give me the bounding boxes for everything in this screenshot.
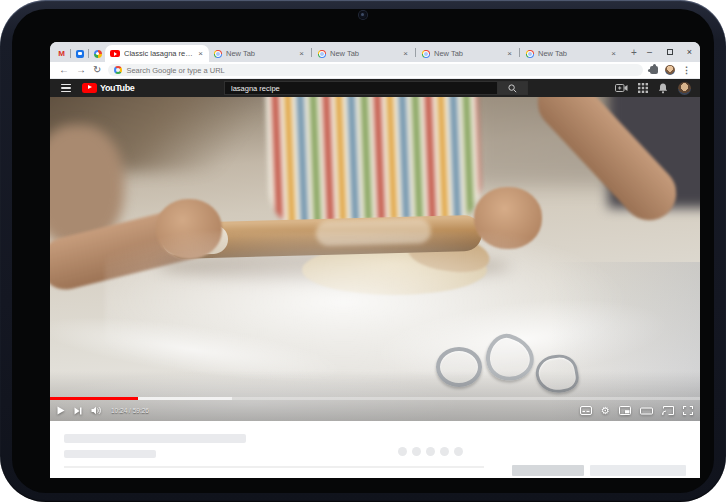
settings-button[interactable]: ⚙ <box>601 406 610 416</box>
tab-active-youtube[interactable]: Classic lasagna recipe - YouT × <box>105 45 209 62</box>
address-input[interactable] <box>126 66 637 75</box>
fullscreen-button[interactable] <box>683 406 693 415</box>
skeleton-button-dark <box>512 465 584 476</box>
pinned-tab-chat[interactable] <box>72 45 87 62</box>
youtube-play-icon <box>82 83 97 94</box>
tab-separator <box>415 48 416 57</box>
pinned-tab-gmail[interactable]: M <box>54 45 69 62</box>
chat-icon <box>76 50 84 58</box>
youtube-search-button[interactable] <box>498 81 528 95</box>
player-controls: 10:24 / 59:26 ⚙ <box>50 400 700 421</box>
settings-gear-icon: ⚙ <box>601 406 610 416</box>
youtube-header: YouTube <box>50 79 700 97</box>
tab-separator <box>519 48 520 57</box>
tablet-device: M Classic lasagna recipe - YouT × <box>0 0 726 502</box>
youtube-logo[interactable]: YouTube <box>82 83 134 94</box>
youtube-logo-text: YouTube <box>100 83 134 93</box>
skeleton-dot <box>426 447 435 456</box>
next-icon <box>74 407 82 415</box>
tab-title: New Tab <box>226 49 294 58</box>
tab-title: New Tab <box>330 49 398 58</box>
skeleton-subtitle-bar <box>64 450 156 458</box>
theater-mode-icon <box>640 407 653 415</box>
minimize-button[interactable]: – <box>645 48 654 57</box>
gmail-icon: M <box>58 50 65 58</box>
device-screen: M Classic lasagna recipe - YouT × <box>12 9 714 493</box>
play-icon <box>57 406 65 415</box>
video-player[interactable]: 10:24 / 59:26 ⚙ <box>50 97 700 421</box>
skeleton-dot <box>454 447 463 456</box>
skeleton-action-dots <box>398 447 463 456</box>
new-tab-favicon-icon <box>318 50 326 58</box>
create-video-icon[interactable] <box>615 83 628 93</box>
volume-button[interactable] <box>91 406 102 415</box>
youtube-search <box>224 81 528 95</box>
new-tab-favicon-icon <box>526 50 534 58</box>
new-tab-button[interactable]: + <box>626 44 642 60</box>
photos-icon <box>94 50 102 58</box>
next-button[interactable] <box>74 407 82 415</box>
search-icon <box>508 84 517 93</box>
tab-close-icon[interactable]: × <box>298 49 305 58</box>
tab-separator <box>311 48 312 57</box>
tab-close-icon[interactable]: × <box>402 49 409 58</box>
subtitles-button[interactable] <box>580 406 592 415</box>
tab-close-icon[interactable]: × <box>197 49 204 58</box>
browser-toolbar: ← → ↻ ⋮ <box>50 62 700 79</box>
browser-window: M Classic lasagna recipe - YouT × <box>50 42 700 478</box>
skeleton-button-light <box>590 465 686 476</box>
maximize-button[interactable] <box>665 49 674 55</box>
tab-separator <box>70 49 71 58</box>
apps-grid-icon[interactable] <box>638 83 648 93</box>
miniplayer-icon <box>619 406 631 415</box>
cast-button[interactable] <box>662 406 674 415</box>
account-avatar[interactable] <box>678 82 691 95</box>
tab-separator <box>88 49 89 58</box>
subtitles-icon <box>580 406 592 415</box>
tab-title: New Tab <box>434 49 502 58</box>
volume-icon <box>91 406 102 415</box>
skeleton-dot <box>440 447 449 456</box>
extensions-puzzle-icon[interactable] <box>650 66 658 74</box>
tab-strip: M Classic lasagna recipe - YouT × <box>50 42 700 62</box>
tab-new-tab-3[interactable]: New Tab × <box>417 45 518 62</box>
new-tab-favicon-icon <box>214 50 222 58</box>
maximize-icon <box>667 49 673 55</box>
youtube-favicon-icon <box>110 50 120 57</box>
browser-profile-avatar[interactable] <box>665 65 675 75</box>
tab-new-tab-4[interactable]: New Tab × <box>521 45 622 62</box>
back-icon[interactable]: ← <box>59 65 69 75</box>
front-camera <box>359 11 367 19</box>
close-window-button[interactable]: × <box>685 48 694 57</box>
address-bar[interactable] <box>108 64 643 76</box>
menu-hamburger-icon[interactable] <box>61 84 71 92</box>
play-button[interactable] <box>57 406 65 415</box>
tab-close-icon[interactable]: × <box>610 49 617 58</box>
new-tab-favicon-icon <box>422 50 430 58</box>
cast-icon <box>662 406 674 415</box>
window-controls: – × <box>645 42 694 62</box>
tab-new-tab-2[interactable]: New Tab × <box>313 45 414 62</box>
theater-mode-button[interactable] <box>640 407 653 415</box>
google-g-icon <box>114 66 122 74</box>
tab-new-tab-1[interactable]: New Tab × <box>209 45 310 62</box>
pinned-tab-photos[interactable] <box>90 45 105 62</box>
tab-title: New Tab <box>538 49 606 58</box>
skeleton-dot <box>398 447 407 456</box>
notifications-bell-icon[interactable] <box>658 83 668 94</box>
forward-icon[interactable]: → <box>76 65 86 75</box>
fullscreen-icon <box>683 406 693 415</box>
skeleton-dot <box>412 447 421 456</box>
miniplayer-button[interactable] <box>619 406 631 415</box>
tab-title: Classic lasagna recipe - YouT <box>124 49 193 58</box>
youtube-search-input[interactable] <box>224 81 498 95</box>
skeleton-divider <box>64 466 484 468</box>
time-display: 10:24 / 59:26 <box>111 407 149 414</box>
reload-icon[interactable]: ↻ <box>93 65 101 75</box>
tab-close-icon[interactable]: × <box>506 49 513 58</box>
video-info-panel <box>50 421 700 478</box>
browser-menu-icon[interactable]: ⋮ <box>682 65 691 75</box>
youtube-header-actions <box>615 79 691 97</box>
skeleton-title-bar <box>64 434 246 443</box>
pinned-tabs: M <box>54 45 105 62</box>
